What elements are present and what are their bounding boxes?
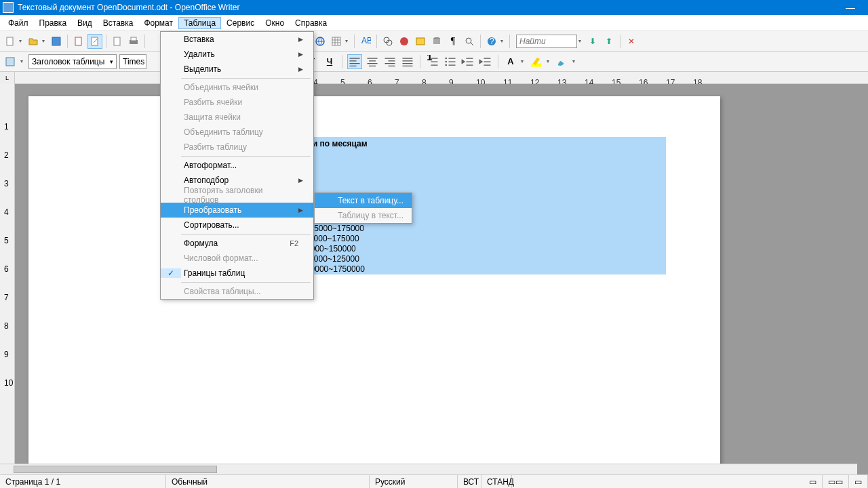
align-left-icon[interactable]	[347, 54, 362, 69]
svg-rect-2	[75, 37, 81, 45]
export-pdf-icon[interactable]	[71, 34, 86, 49]
scrollbar-thumb[interactable]	[14, 466, 217, 473]
menu-file[interactable]: Файл	[3, 17, 34, 29]
zoom-icon[interactable]	[462, 34, 477, 49]
menu-item: Разбить таблицу	[161, 140, 313, 155]
menu-item[interactable]: ФормулаF2	[161, 236, 313, 251]
app-icon	[3, 2, 14, 13]
status-insert[interactable]: ВСТ	[458, 475, 481, 488]
align-justify-icon[interactable]	[400, 54, 415, 69]
hyperlink-icon[interactable]	[313, 34, 328, 49]
navigator-icon[interactable]	[397, 34, 412, 49]
bgcolor-icon[interactable]	[555, 54, 570, 69]
status-bar: Страница 1 / 1 Обычный Русский ВСТ СТАНД…	[0, 474, 868, 488]
svg-text:?: ?	[490, 37, 494, 46]
menu-format[interactable]: Формат	[138, 17, 178, 29]
svg-point-12	[400, 37, 408, 45]
svg-rect-24	[532, 63, 542, 66]
menu-view[interactable]: Вид	[72, 17, 98, 29]
print-icon[interactable]	[126, 34, 141, 49]
gallery-icon[interactable]	[413, 34, 428, 49]
svg-text:ABC: ABC	[361, 36, 371, 45]
menu-item[interactable]: Сортировать...	[161, 218, 313, 232]
find-prev-icon[interactable]: ⬇	[585, 34, 600, 49]
paragraph-style-select[interactable]: Заголовок таблицы▾	[28, 54, 117, 69]
indent-icon[interactable]	[478, 54, 493, 69]
page-area: рибыли организации по месяцам Расходы~Пр…	[15, 84, 868, 474]
standard-toolbar: ▾ ▾ ▾ ABC ¶ ?▾ ▾ ⬇ ⬆ ✕	[0, 31, 868, 52]
align-right-icon[interactable]	[382, 54, 397, 69]
menu-table[interactable]: Таблица	[178, 17, 221, 29]
find-replace-icon[interactable]	[380, 34, 395, 49]
datasource-icon[interactable]	[429, 34, 444, 49]
edit-mode-icon[interactable]	[87, 34, 102, 49]
menu-item: Повторять заголовки столбцов	[161, 188, 313, 203]
submenu-item[interactable]: Текст в таблицу...	[315, 193, 412, 208]
menu-item[interactable]: Автоформат...	[161, 158, 313, 173]
submenu-item: Таблицу в текст...	[315, 208, 412, 223]
workspace: 12345678910 рибыли организации по месяца…	[0, 84, 868, 474]
svg-point-22	[446, 60, 448, 62]
menu-item: Свойства таблицы...	[161, 284, 313, 299]
find-input[interactable]	[516, 35, 577, 48]
menu-insert[interactable]: Вставка	[98, 17, 139, 29]
convert-submenu[interactable]: Текст в таблицу...Таблицу в текст...	[314, 192, 412, 224]
status-page: Страница 1 / 1	[0, 475, 166, 488]
underline-button[interactable]: Ч	[322, 54, 337, 69]
font-value: Times	[123, 57, 144, 66]
menu-window[interactable]: Окно	[260, 17, 290, 29]
svg-rect-1	[52, 37, 60, 45]
find-next-icon[interactable]: ⬆	[601, 34, 616, 49]
help-icon[interactable]: ?	[484, 34, 499, 49]
spellcheck-icon[interactable]: ABC	[358, 34, 373, 49]
menu-item[interactable]: ✓Границы таблиц	[161, 266, 313, 281]
table-insert-icon[interactable]	[329, 34, 344, 49]
svg-rect-0	[7, 37, 13, 45]
nonprinting-icon[interactable]: ¶	[446, 34, 460, 49]
outdent-icon[interactable]	[460, 54, 475, 69]
menu-item[interactable]: Преобразовать▶	[161, 203, 313, 218]
print-preview-icon[interactable]	[110, 34, 125, 49]
menu-help[interactable]: Справка	[290, 17, 332, 29]
font-color-icon[interactable]: A	[503, 54, 518, 69]
format-toolbar: ▾ Заголовок таблицы▾ Times К Ч 1 A▾ ▾ ▾	[0, 52, 868, 72]
menu-tools[interactable]: Сервис	[221, 17, 260, 29]
status-lang[interactable]: Русский	[370, 475, 458, 488]
status-selmode[interactable]: СТАНД	[481, 475, 512, 488]
view-multi-icon[interactable]: ▭▭	[823, 475, 849, 488]
svg-rect-6	[131, 37, 136, 41]
menu-item[interactable]: Выделить▶	[161, 62, 313, 77]
svg-point-16	[466, 38, 471, 43]
styles-icon[interactable]	[3, 54, 18, 69]
menu-item: Защита ячейки	[161, 110, 313, 125]
svg-text:1: 1	[427, 55, 432, 62]
window-title: Текстовый документ OpenDocument.odt - Op…	[18, 3, 835, 12]
view-single-icon[interactable]: ▭	[804, 475, 823, 488]
vertical-ruler: 12345678910	[0, 84, 15, 474]
bullet-list-icon[interactable]	[443, 54, 458, 69]
table-dropdown[interactable]: Вставка▶Удалить▶Выделить▶Объединить ячей…	[160, 31, 314, 300]
status-style[interactable]: Обычный	[166, 475, 370, 488]
svg-point-23	[446, 64, 448, 66]
save-icon[interactable]	[49, 34, 64, 49]
svg-rect-19	[6, 58, 14, 66]
style-value: Заголовок таблицы	[32, 57, 104, 66]
menu-edit[interactable]: Правка	[34, 17, 73, 29]
menu-item[interactable]: Удалить▶	[161, 47, 313, 62]
font-name-select[interactable]: Times	[119, 54, 146, 69]
close-find-icon[interactable]: ✕	[624, 34, 639, 49]
view-book-icon[interactable]: ▭	[849, 475, 868, 488]
open-icon[interactable]	[26, 34, 41, 49]
document-page[interactable]: рибыли организации по месяцам Расходы~Пр…	[28, 96, 720, 474]
horizontal-scrollbar[interactable]	[0, 464, 857, 474]
menu-item: Числовой формат...	[161, 251, 313, 266]
align-center-icon[interactable]	[365, 54, 380, 69]
svg-rect-13	[416, 38, 425, 45]
svg-rect-4	[114, 37, 120, 45]
highlight-icon[interactable]	[529, 54, 544, 69]
new-doc-icon[interactable]	[3, 34, 18, 49]
minimize-button[interactable]: —	[835, 2, 865, 13]
horizontal-ruler: L 456789101112131415161718	[0, 72, 868, 84]
numbered-list-icon[interactable]: 1	[425, 54, 440, 69]
menu-item[interactable]: Вставка▶	[161, 32, 313, 47]
